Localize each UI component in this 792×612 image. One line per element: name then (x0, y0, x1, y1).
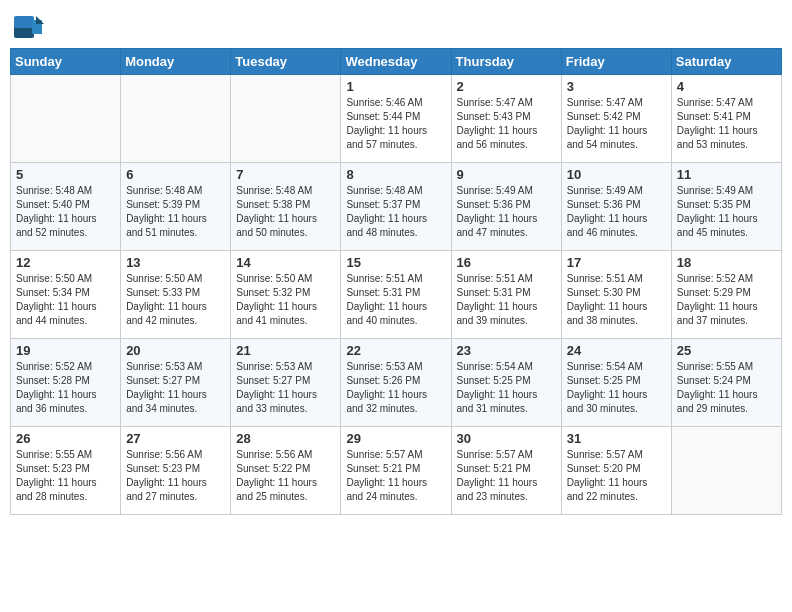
day-number: 17 (567, 255, 666, 270)
calendar-cell: 9Sunrise: 5:49 AMSunset: 5:36 PMDaylight… (451, 163, 561, 251)
day-number: 12 (16, 255, 115, 270)
day-number: 28 (236, 431, 335, 446)
day-number: 27 (126, 431, 225, 446)
page-header (10, 10, 782, 40)
calendar-cell (671, 427, 781, 515)
calendar-cell: 4Sunrise: 5:47 AMSunset: 5:41 PMDaylight… (671, 75, 781, 163)
cell-info: Sunrise: 5:46 AMSunset: 5:44 PMDaylight:… (346, 96, 445, 152)
calendar-cell: 6Sunrise: 5:48 AMSunset: 5:39 PMDaylight… (121, 163, 231, 251)
calendar-cell: 10Sunrise: 5:49 AMSunset: 5:36 PMDayligh… (561, 163, 671, 251)
day-number: 31 (567, 431, 666, 446)
cell-info: Sunrise: 5:49 AMSunset: 5:36 PMDaylight:… (457, 184, 556, 240)
calendar-cell: 25Sunrise: 5:55 AMSunset: 5:24 PMDayligh… (671, 339, 781, 427)
cell-info: Sunrise: 5:57 AMSunset: 5:21 PMDaylight:… (457, 448, 556, 504)
cell-info: Sunrise: 5:57 AMSunset: 5:20 PMDaylight:… (567, 448, 666, 504)
day-number: 9 (457, 167, 556, 182)
day-number: 7 (236, 167, 335, 182)
calendar-cell: 1Sunrise: 5:46 AMSunset: 5:44 PMDaylight… (341, 75, 451, 163)
day-header-friday: Friday (561, 49, 671, 75)
day-number: 29 (346, 431, 445, 446)
calendar-cell: 3Sunrise: 5:47 AMSunset: 5:42 PMDaylight… (561, 75, 671, 163)
calendar-week-2: 5Sunrise: 5:48 AMSunset: 5:40 PMDaylight… (11, 163, 782, 251)
calendar-cell (121, 75, 231, 163)
cell-info: Sunrise: 5:54 AMSunset: 5:25 PMDaylight:… (567, 360, 666, 416)
cell-info: Sunrise: 5:47 AMSunset: 5:42 PMDaylight:… (567, 96, 666, 152)
day-header-sunday: Sunday (11, 49, 121, 75)
day-number: 14 (236, 255, 335, 270)
day-number: 30 (457, 431, 556, 446)
calendar-cell: 27Sunrise: 5:56 AMSunset: 5:23 PMDayligh… (121, 427, 231, 515)
cell-info: Sunrise: 5:50 AMSunset: 5:32 PMDaylight:… (236, 272, 335, 328)
calendar-cell: 8Sunrise: 5:48 AMSunset: 5:37 PMDaylight… (341, 163, 451, 251)
calendar-cell: 17Sunrise: 5:51 AMSunset: 5:30 PMDayligh… (561, 251, 671, 339)
cell-info: Sunrise: 5:48 AMSunset: 5:38 PMDaylight:… (236, 184, 335, 240)
day-number: 2 (457, 79, 556, 94)
day-number: 1 (346, 79, 445, 94)
day-number: 25 (677, 343, 776, 358)
cell-info: Sunrise: 5:49 AMSunset: 5:36 PMDaylight:… (567, 184, 666, 240)
cell-info: Sunrise: 5:53 AMSunset: 5:27 PMDaylight:… (236, 360, 335, 416)
cell-info: Sunrise: 5:49 AMSunset: 5:35 PMDaylight:… (677, 184, 776, 240)
cell-info: Sunrise: 5:52 AMSunset: 5:28 PMDaylight:… (16, 360, 115, 416)
calendar-cell (231, 75, 341, 163)
calendar-week-1: 1Sunrise: 5:46 AMSunset: 5:44 PMDaylight… (11, 75, 782, 163)
calendar-cell: 30Sunrise: 5:57 AMSunset: 5:21 PMDayligh… (451, 427, 561, 515)
day-header-thursday: Thursday (451, 49, 561, 75)
day-number: 11 (677, 167, 776, 182)
day-number: 20 (126, 343, 225, 358)
day-number: 22 (346, 343, 445, 358)
calendar-cell: 26Sunrise: 5:55 AMSunset: 5:23 PMDayligh… (11, 427, 121, 515)
cell-info: Sunrise: 5:47 AMSunset: 5:41 PMDaylight:… (677, 96, 776, 152)
calendar-cell: 11Sunrise: 5:49 AMSunset: 5:35 PMDayligh… (671, 163, 781, 251)
calendar-cell: 14Sunrise: 5:50 AMSunset: 5:32 PMDayligh… (231, 251, 341, 339)
cell-info: Sunrise: 5:51 AMSunset: 5:31 PMDaylight:… (346, 272, 445, 328)
calendar-week-5: 26Sunrise: 5:55 AMSunset: 5:23 PMDayligh… (11, 427, 782, 515)
cell-info: Sunrise: 5:52 AMSunset: 5:29 PMDaylight:… (677, 272, 776, 328)
day-number: 26 (16, 431, 115, 446)
calendar-cell: 31Sunrise: 5:57 AMSunset: 5:20 PMDayligh… (561, 427, 671, 515)
calendar-cell: 16Sunrise: 5:51 AMSunset: 5:31 PMDayligh… (451, 251, 561, 339)
cell-info: Sunrise: 5:54 AMSunset: 5:25 PMDaylight:… (457, 360, 556, 416)
cell-info: Sunrise: 5:57 AMSunset: 5:21 PMDaylight:… (346, 448, 445, 504)
calendar-cell (11, 75, 121, 163)
day-number: 24 (567, 343, 666, 358)
svg-marker-3 (36, 16, 44, 24)
calendar-cell: 22Sunrise: 5:53 AMSunset: 5:26 PMDayligh… (341, 339, 451, 427)
calendar-table: SundayMondayTuesdayWednesdayThursdayFrid… (10, 48, 782, 515)
logo-icon (14, 16, 44, 40)
cell-info: Sunrise: 5:55 AMSunset: 5:24 PMDaylight:… (677, 360, 776, 416)
cell-info: Sunrise: 5:55 AMSunset: 5:23 PMDaylight:… (16, 448, 115, 504)
cell-info: Sunrise: 5:51 AMSunset: 5:31 PMDaylight:… (457, 272, 556, 328)
calendar-cell: 12Sunrise: 5:50 AMSunset: 5:34 PMDayligh… (11, 251, 121, 339)
calendar-cell: 29Sunrise: 5:57 AMSunset: 5:21 PMDayligh… (341, 427, 451, 515)
cell-info: Sunrise: 5:48 AMSunset: 5:40 PMDaylight:… (16, 184, 115, 240)
calendar-cell: 24Sunrise: 5:54 AMSunset: 5:25 PMDayligh… (561, 339, 671, 427)
day-number: 21 (236, 343, 335, 358)
day-number: 6 (126, 167, 225, 182)
calendar-cell: 18Sunrise: 5:52 AMSunset: 5:29 PMDayligh… (671, 251, 781, 339)
calendar-cell: 15Sunrise: 5:51 AMSunset: 5:31 PMDayligh… (341, 251, 451, 339)
calendar-cell: 23Sunrise: 5:54 AMSunset: 5:25 PMDayligh… (451, 339, 561, 427)
day-number: 3 (567, 79, 666, 94)
calendar-week-3: 12Sunrise: 5:50 AMSunset: 5:34 PMDayligh… (11, 251, 782, 339)
cell-info: Sunrise: 5:53 AMSunset: 5:27 PMDaylight:… (126, 360, 225, 416)
svg-rect-1 (14, 16, 34, 28)
cell-info: Sunrise: 5:47 AMSunset: 5:43 PMDaylight:… (457, 96, 556, 152)
calendar-cell: 28Sunrise: 5:56 AMSunset: 5:22 PMDayligh… (231, 427, 341, 515)
day-number: 10 (567, 167, 666, 182)
day-header-monday: Monday (121, 49, 231, 75)
cell-info: Sunrise: 5:56 AMSunset: 5:22 PMDaylight:… (236, 448, 335, 504)
day-header-tuesday: Tuesday (231, 49, 341, 75)
day-number: 19 (16, 343, 115, 358)
day-number: 4 (677, 79, 776, 94)
day-number: 23 (457, 343, 556, 358)
calendar-cell: 20Sunrise: 5:53 AMSunset: 5:27 PMDayligh… (121, 339, 231, 427)
calendar-cell: 5Sunrise: 5:48 AMSunset: 5:40 PMDaylight… (11, 163, 121, 251)
cell-info: Sunrise: 5:50 AMSunset: 5:34 PMDaylight:… (16, 272, 115, 328)
cell-info: Sunrise: 5:56 AMSunset: 5:23 PMDaylight:… (126, 448, 225, 504)
cell-info: Sunrise: 5:53 AMSunset: 5:26 PMDaylight:… (346, 360, 445, 416)
cell-info: Sunrise: 5:48 AMSunset: 5:39 PMDaylight:… (126, 184, 225, 240)
calendar-cell: 13Sunrise: 5:50 AMSunset: 5:33 PMDayligh… (121, 251, 231, 339)
logo (14, 16, 46, 40)
cell-info: Sunrise: 5:50 AMSunset: 5:33 PMDaylight:… (126, 272, 225, 328)
